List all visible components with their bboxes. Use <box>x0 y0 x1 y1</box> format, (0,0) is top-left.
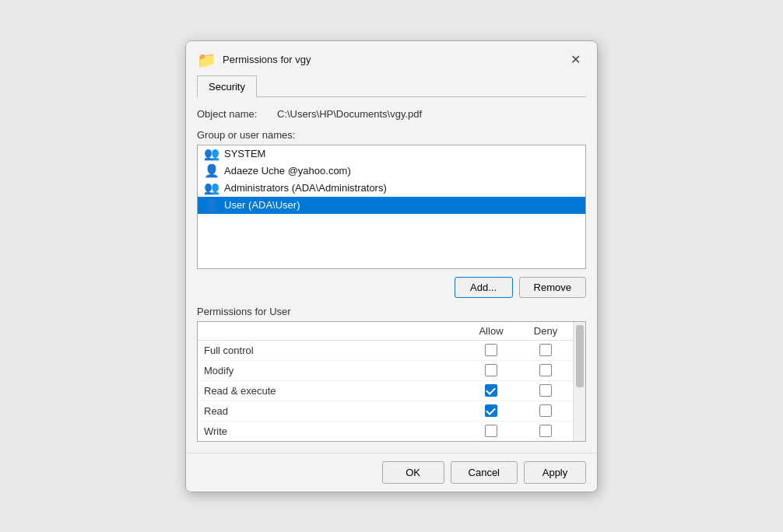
perm-allow-read-checkbox[interactable] <box>485 404 497 417</box>
user-item-label: SYSTEM <box>224 148 265 159</box>
perm-allow-read-execute-checkbox[interactable] <box>485 384 497 397</box>
permissions-header: Allow Deny <box>198 322 573 341</box>
perm-deny-write-checkbox[interactable] <box>539 425 552 437</box>
scrollbar-thumb[interactable] <box>576 325 584 387</box>
perm-name-read: Read <box>198 404 464 418</box>
perm-name-modify: Modify <box>198 363 464 378</box>
perm-allow-modify-checkbox[interactable] <box>485 364 497 376</box>
dialog-footer: OK Cancel Apply <box>186 453 597 492</box>
perm-deny-read-checkbox[interactable] <box>539 404 552 417</box>
user-list[interactable]: 👥 SYSTEM 👤 Adaeze Uche @yahoo.com) 👥 Adm… <box>197 145 586 269</box>
perm-col-name-header <box>198 325 464 337</box>
perm-col-deny-header: Deny <box>518 325 573 337</box>
user-item-administrators[interactable]: 👥 Administrators (ADA\Administrators) <box>198 180 585 197</box>
remove-button[interactable]: Remove <box>519 277 586 298</box>
close-button[interactable]: ✕ <box>564 49 586 71</box>
perm-deny-modify-checkbox[interactable] <box>539 364 552 376</box>
admins-avatar-icon: 👥 <box>204 182 219 194</box>
add-button[interactable]: Add... <box>455 277 513 298</box>
object-name-value: C:\Users\HP\Documents\vgy.pdf <box>277 108 422 120</box>
perm-deny-read-execute-checkbox[interactable] <box>539 384 552 397</box>
adaeze-avatar-icon: 👤 <box>204 165 219 177</box>
group-label: Group or user names: <box>197 129 586 141</box>
perm-name-fullcontrol: Full control <box>198 343 464 358</box>
dialog-body: Security Object name: C:\Users\HP\Docume… <box>186 75 597 453</box>
user-item-user[interactable]: 👤 User (ADA\User) <box>198 197 585 214</box>
permissions-scrollbar[interactable] <box>573 322 585 441</box>
title-bar: 📁 Permissions for vgy ✕ <box>186 41 597 75</box>
user-item-label: Administrators (ADA\Administrators) <box>224 182 387 194</box>
cancel-button[interactable]: Cancel <box>451 461 518 484</box>
add-remove-row: Add... Remove <box>197 277 586 298</box>
user-item-adaeze[interactable]: 👤 Adaeze Uche @yahoo.com) <box>198 163 585 180</box>
apply-button[interactable]: Apply <box>524 461 586 484</box>
user-item-system[interactable]: 👥 SYSTEM <box>198 145 585 163</box>
perm-allow-write-checkbox[interactable] <box>485 425 497 437</box>
user-avatar-icon: 👤 <box>204 199 219 212</box>
permissions-label: Permissions for User <box>197 306 586 317</box>
object-name-label: Object name: <box>197 108 271 120</box>
perm-row-modify: Modify <box>198 361 573 381</box>
perm-name-write: Write <box>198 424 464 439</box>
object-name-row: Object name: C:\Users\HP\Documents\vgy.p… <box>197 108 586 120</box>
tab-security[interactable]: Security <box>197 75 257 97</box>
permissions-dialog: 📁 Permissions for vgy ✕ Security Object … <box>185 40 598 492</box>
perm-deny-fullcontrol-checkbox[interactable] <box>539 344 552 356</box>
dialog-title: Permissions for vgy <box>223 54 311 65</box>
permissions-table: Allow Deny Full control Modify <box>197 321 586 442</box>
user-item-label: User (ADA\User) <box>224 199 300 211</box>
perm-row-read: Read <box>198 401 573 422</box>
perm-name-read-execute: Read & execute <box>198 383 464 398</box>
tabs: Security <box>197 75 586 97</box>
system-avatar-icon: 👥 <box>204 148 219 160</box>
folder-icon: 📁 <box>197 51 216 69</box>
perm-col-allow-header: Allow <box>464 325 518 337</box>
perm-row-fullcontrol: Full control <box>198 341 573 361</box>
ok-button[interactable]: OK <box>382 461 444 484</box>
user-item-label: Adaeze Uche @yahoo.com) <box>224 165 351 177</box>
perm-allow-fullcontrol-checkbox[interactable] <box>485 344 497 356</box>
perm-row-read-execute: Read & execute <box>198 381 573 401</box>
perm-row-write: Write <box>198 422 573 441</box>
